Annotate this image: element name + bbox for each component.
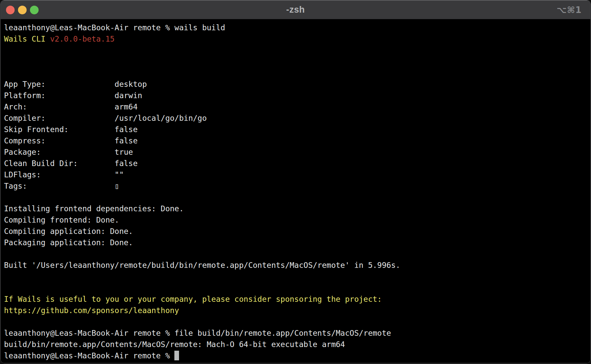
terminal-text-segment: Compiling frontend: Done.: [4, 216, 119, 224]
terminal-line: [4, 282, 587, 293]
terminal-line: Package: true: [4, 146, 587, 158]
terminal-text-segment: Tags: ▯: [4, 182, 119, 190]
terminal-text-segment: Installing frontend dependencies: Done.: [4, 204, 184, 213]
terminal-line: [4, 316, 587, 327]
terminal-line: If Wails is useful to you or your compan…: [4, 293, 587, 305]
terminal-text-segment: Compiling application: Done.: [4, 227, 133, 236]
terminal-line: Wails CLI v2.0.0-beta.15: [4, 33, 587, 45]
terminal-text-segment: v2.0.0-beta.15: [50, 35, 114, 43]
terminal-text-segment: https://github.com/sponsors/leaanthony: [4, 306, 179, 315]
terminal-line: Packaging application: Done.: [4, 237, 587, 248]
terminal-line: [4, 45, 587, 56]
terminal-text-segment: Built '/Users/leaanthony/remote/build/bi…: [4, 261, 400, 270]
terminal-text-segment: leaanthony@Leas-MacBook-Air remote %: [4, 351, 174, 360]
terminal-line: Installing frontend dependencies: Done.: [4, 203, 587, 214]
zoom-button[interactable]: [30, 6, 39, 14]
terminal-text-segment: Arch: arm64: [4, 102, 138, 111]
terminal-line: Compress: false: [4, 135, 587, 146]
terminal-line: App Type: desktop: [4, 79, 587, 90]
terminal-line: Compiler: /usr/local/go/bin/go: [4, 112, 587, 124]
terminal-line: Tags: ▯: [4, 180, 587, 192]
minimize-button[interactable]: [18, 6, 27, 14]
terminal-line: leaanthony@Leas-MacBook-Air remote % wai…: [4, 22, 587, 33]
terminal-line: [4, 56, 587, 67]
terminal-line: Skip Frontend: false: [4, 124, 587, 135]
terminal-text-segment: Compiler: /usr/local/go/bin/go: [4, 114, 207, 122]
terminal-window: -zsh ⌥⌘1 leaanthony@Leas-MacBook-Air rem…: [0, 0, 591, 363]
terminal-line: leaanthony@Leas-MacBook-Air remote %: [4, 350, 587, 361]
terminal-text-segment: leaanthony@Leas-MacBook-Air remote % wai…: [4, 23, 225, 32]
terminal-line: Compiling application: Done.: [4, 226, 587, 237]
terminal-text-segment: Platform: darwin: [4, 91, 142, 100]
terminal-line: [4, 192, 587, 203]
terminal-text-segment: leaanthony@Leas-MacBook-Air remote % fil…: [4, 329, 391, 337]
terminal-line: [4, 271, 587, 282]
terminal-line: Built '/Users/leaanthony/remote/build/bi…: [4, 260, 587, 271]
terminal-cursor: [174, 351, 179, 360]
terminal-line: [4, 248, 587, 260]
terminal-text-segment: LDFlags: "": [4, 170, 124, 179]
window-title: -zsh: [286, 5, 305, 15]
terminal-line: https://github.com/sponsors/leaanthony: [4, 305, 587, 316]
terminal-line: Compiling frontend: Done.: [4, 214, 587, 226]
terminal-text-segment: App Type: desktop: [4, 80, 147, 89]
terminal-text-segment: build/bin/remote.app/Contents/MacOS/remo…: [4, 340, 345, 349]
terminal-text-segment: If Wails is useful to you or your compan…: [4, 295, 382, 303]
terminal-text-segment: Skip Frontend: false: [4, 125, 138, 134]
terminal-text-segment: Compress: false: [4, 136, 138, 145]
terminal-line: build/bin/remote.app/Contents/MacOS/remo…: [4, 339, 587, 350]
terminal-text-segment: Wails CLI: [4, 35, 50, 43]
terminal-line: leaanthony@Leas-MacBook-Air remote % fil…: [4, 327, 587, 339]
tab-shortcut-badge: ⌥⌘1: [557, 0, 582, 19]
terminal-line: Platform: darwin: [4, 90, 587, 101]
terminal-line: Arch: arm64: [4, 101, 587, 112]
terminal-text-segment: Packaging application: Done.: [4, 238, 133, 247]
terminal-output[interactable]: leaanthony@Leas-MacBook-Air remote % wai…: [1, 19, 590, 363]
terminal-line: Clean Build Dir: false: [4, 158, 587, 169]
terminal-text-segment: Package: true: [4, 148, 133, 156]
window-controls: [6, 0, 39, 19]
terminal-text-segment: Clean Build Dir: false: [4, 159, 138, 168]
terminal-line: [4, 67, 587, 79]
close-button[interactable]: [6, 6, 15, 14]
terminal-line: LDFlags: "": [4, 169, 587, 180]
window-titlebar[interactable]: -zsh ⌥⌘1: [1, 0, 590, 19]
